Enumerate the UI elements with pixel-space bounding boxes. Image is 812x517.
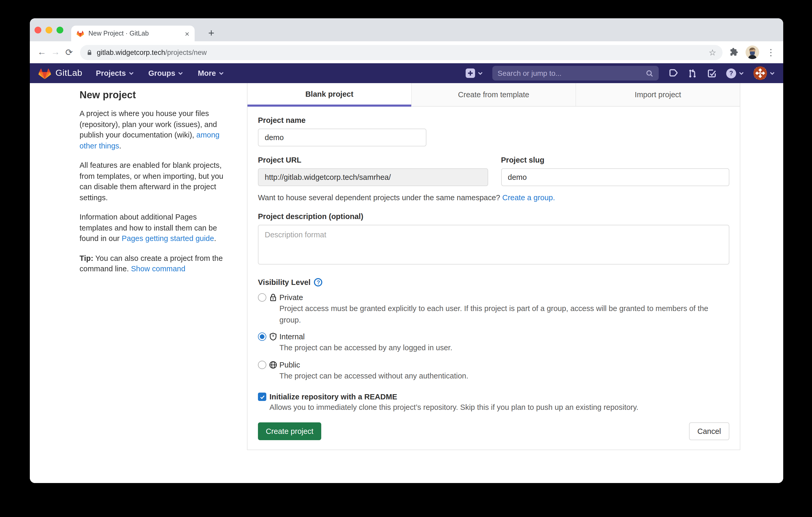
browser-tab[interactable]: New Project · GitLab × — [71, 26, 195, 41]
chevron-down-icon — [478, 71, 483, 75]
readme-label: Initialize repository with a README — [269, 393, 397, 401]
gitlab-logo[interactable]: GitLab — [38, 67, 82, 80]
nav-menu-projects[interactable]: Projects — [96, 69, 134, 78]
screen: New Project · GitLab × + ← → ⟳ gitlab.wi… — [0, 0, 812, 517]
tab-close-icon[interactable]: × — [185, 29, 190, 38]
new-tab-button[interactable]: + — [206, 26, 216, 40]
visibility-level-header: Visibility Level ? — [258, 278, 729, 286]
todos-icon[interactable] — [707, 68, 717, 78]
intro-paragraph-1: A project is where you house your files … — [80, 108, 228, 151]
browser-window: New Project · GitLab × + ← → ⟳ gitlab.wi… — [30, 18, 783, 483]
reload-icon[interactable]: ⟳ — [62, 47, 76, 58]
create-group-link[interactable]: Create a group. — [502, 193, 555, 202]
intro-paragraph-3: Information about additional Pages templ… — [80, 212, 228, 244]
chevron-down-icon — [128, 71, 134, 75]
tab-title: New Project · GitLab — [88, 30, 181, 37]
check-icon — [259, 394, 265, 400]
page-title: New project — [80, 89, 228, 101]
chevron-down-icon — [178, 71, 183, 75]
visibility-option-private: Private Project access must be granted e… — [258, 293, 729, 326]
visibility-level-label: Visibility Level — [258, 278, 311, 286]
lock-icon — [269, 293, 277, 302]
readme-checkbox[interactable] — [258, 393, 266, 401]
internal-label: Internal — [280, 332, 305, 341]
fullscreen-window-button[interactable] — [57, 27, 63, 33]
close-window-button[interactable] — [34, 27, 41, 33]
project-slug-input[interactable] — [501, 168, 729, 186]
issues-icon[interactable] — [668, 68, 678, 78]
visibility-help-icon[interactable]: ? — [314, 278, 323, 286]
user-menu[interactable] — [753, 66, 775, 80]
private-label: Private — [280, 293, 303, 302]
tab-import-project[interactable]: Import project — [576, 83, 740, 107]
bookmark-star-icon[interactable]: ☆ — [709, 47, 716, 57]
browser-menu-icon[interactable]: ⋮ — [766, 47, 776, 58]
globe-icon — [269, 360, 277, 369]
search-icon — [646, 69, 654, 77]
url-slug-row: Project URL Project slug — [258, 156, 729, 186]
project-name-label: Project name — [258, 116, 729, 124]
user-avatar — [753, 66, 767, 80]
public-description: The project can be accessed without any … — [280, 370, 722, 382]
visibility-option-internal: Internal The project can be accessed by … — [258, 332, 729, 354]
project-type-tabs: Blank project Create from template Impor… — [248, 83, 740, 107]
project-name-input[interactable] — [258, 129, 427, 146]
project-description-label: Project description (optional) — [258, 212, 729, 221]
page-intro-column: New project A project is where you house… — [80, 89, 228, 283]
private-description: Project access must be granted explicitl… — [280, 303, 722, 326]
tab-create-from-template[interactable]: Create from template — [411, 83, 576, 107]
back-icon[interactable]: ← — [35, 47, 49, 58]
search-input[interactable]: Search or jump to... — [492, 66, 659, 81]
project-url-input[interactable] — [258, 168, 488, 186]
chevron-down-icon — [739, 71, 744, 75]
intro-tip: Tip: You can also create a project from … — [80, 253, 228, 274]
shield-icon — [269, 332, 277, 341]
private-radio[interactable] — [258, 293, 266, 302]
gitlab-wordmark: GitLab — [55, 68, 82, 79]
browser-tab-strip: New Project · GitLab × + — [30, 18, 783, 41]
project-description-input[interactable] — [258, 225, 729, 265]
search-placeholder: Search or jump to... — [498, 69, 646, 78]
merge-request-icon[interactable] — [688, 68, 697, 78]
intro-paragraph-2: All features are enabled for blank proje… — [80, 160, 228, 203]
new-project-panel: Blank project Create from template Impor… — [247, 83, 740, 450]
chevron-down-icon — [219, 71, 224, 75]
pages-guide-link[interactable]: Pages getting started guide — [122, 234, 214, 243]
public-radio[interactable] — [258, 360, 266, 369]
gitlab-navbar: GitLab Projects Groups More — [30, 63, 783, 83]
browser-toolbar: ← → ⟳ gitlab.widgetcorp.tech/projects/ne… — [30, 41, 783, 63]
help-menu[interactable]: ? — [726, 68, 744, 78]
project-slug-label: Project slug — [501, 156, 729, 164]
internal-description: The project can be accessed by any logge… — [280, 342, 722, 354]
browser-profile-avatar[interactable] — [746, 45, 759, 59]
readme-option: Initialize repository with a README Allo… — [258, 393, 729, 412]
minimize-window-button[interactable] — [46, 27, 52, 33]
nav-menu-more[interactable]: More — [198, 69, 224, 78]
cancel-button[interactable]: Cancel — [689, 422, 729, 440]
visibility-option-public: Public The project can be accessed witho… — [258, 360, 729, 382]
help-icon: ? — [726, 68, 736, 78]
toolbar-right: ⋮ — [729, 45, 776, 59]
nav-menu-groups[interactable]: Groups — [148, 69, 183, 78]
gitlab-favicon — [77, 30, 84, 37]
public-label: Public — [280, 360, 300, 369]
extensions-puzzle-icon[interactable] — [729, 48, 738, 57]
gitlab-tanuki-icon — [38, 67, 51, 80]
plus-square-icon — [466, 68, 475, 78]
project-url-label: Project URL — [258, 156, 488, 164]
forward-icon[interactable]: → — [49, 47, 62, 58]
blank-project-form: Project name Project URL Project slug Wa… — [248, 107, 740, 450]
url-text: gitlab.widgetcorp.tech/projects/new — [97, 48, 207, 56]
internal-radio[interactable] — [258, 332, 266, 341]
navbar-right: Search or jump to... — [466, 66, 775, 81]
show-command-link[interactable]: Show command — [131, 265, 185, 273]
create-project-button[interactable]: Create project — [258, 422, 321, 440]
address-bar[interactable]: gitlab.widgetcorp.tech/projects/new ☆ — [80, 45, 723, 60]
page-content: New project A project is where you house… — [30, 83, 783, 483]
new-item-dropdown[interactable] — [466, 68, 483, 78]
chevron-down-icon — [770, 71, 775, 75]
lock-icon — [86, 49, 93, 56]
tab-blank-project[interactable]: Blank project — [248, 83, 411, 107]
readme-description: Allows you to immediately clone this pro… — [269, 403, 729, 412]
window-controls — [34, 27, 63, 33]
